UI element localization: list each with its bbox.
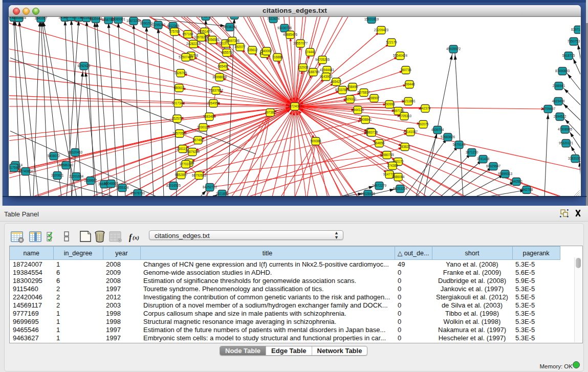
svg-text:89089901: 89089901 [111,17,126,21]
svg-text:24282218: 24282218 [186,42,201,46]
svg-text:7264956: 7264956 [207,101,220,105]
svg-text:198907: 198907 [368,96,380,100]
svg-text:4823498: 4823498 [552,99,565,103]
svg-text:857168: 857168 [182,32,193,36]
svg-text:5017343: 5017343 [172,101,185,105]
svg-text:(x): (x) [133,234,139,241]
svg-text:6440561: 6440561 [510,180,523,183]
svg-text:7455324: 7455324 [116,186,129,189]
svg-text:299448: 299448 [404,82,415,86]
svg-text:36998038: 36998038 [212,75,227,79]
svg-text:1326765: 1326765 [175,71,187,75]
svg-text:28740864: 28740864 [18,169,33,173]
svg-text:20570592: 20570592 [172,132,187,135]
svg-text:94705205: 94705205 [315,58,330,61]
svg-text:38538251: 38538251 [223,25,237,29]
svg-text:6292423: 6292423 [78,64,91,68]
svg-text:480612: 480612 [173,86,185,90]
svg-text:23141087: 23141087 [403,130,418,134]
svg-text:1983738: 1983738 [365,130,378,134]
svg-text:42868828: 42868828 [12,17,27,19]
svg-text:716886: 716886 [272,55,283,59]
svg-text:5408072: 5408072 [48,154,60,158]
svg-text:6944126: 6944126 [352,108,364,112]
svg-text:174441: 174441 [304,50,316,54]
svg-text:9683481: 9683481 [203,115,216,118]
svg-text:45351479: 45351479 [198,30,212,33]
svg-text:522179: 522179 [386,40,397,44]
svg-text:542374: 542374 [420,106,431,110]
svg-text:4335942: 4335942 [90,17,102,20]
svg-text:564656: 564656 [374,141,385,145]
svg-text:3770370: 3770370 [180,162,192,166]
svg-text:53507489: 53507489 [179,55,193,59]
svg-text:55540424: 55540424 [393,54,408,57]
svg-text:5479144: 5479144 [453,143,466,146]
svg-text:132938: 132938 [297,65,309,69]
svg-text:95320121: 95320121 [559,141,574,145]
svg-text:274389: 274389 [387,164,398,167]
svg-text:783823: 783823 [399,145,410,148]
svg-text:23718431: 23718431 [199,17,213,18]
svg-text:66792612: 66792612 [192,173,207,177]
svg-text:3741438: 3741438 [477,157,490,161]
svg-text:790993: 790993 [384,102,395,106]
svg-text:96028436: 96028436 [361,192,376,195]
svg-text:24972279: 24972279 [372,184,387,187]
svg-text:665492: 665492 [217,64,229,68]
svg-text:509386: 509386 [310,139,321,143]
svg-text:47295260: 47295260 [151,23,166,27]
svg-text:39557077: 39557077 [293,41,308,45]
svg-text:5918715: 5918715 [562,54,575,57]
svg-text:97705310: 97705310 [397,114,412,118]
svg-text:84252722: 84252722 [203,185,217,189]
svg-text:10872248: 10872248 [126,19,141,23]
svg-text:4842788: 4842788 [520,188,533,191]
svg-text:867460: 867460 [192,138,204,142]
svg-text:91030736: 91030736 [277,26,292,30]
svg-text:51837852: 51837852 [209,89,224,92]
svg-text:f: f [129,233,133,242]
svg-text:45935572: 45935572 [446,47,461,51]
svg-text:392075: 392075 [418,122,429,126]
svg-text:360735: 360735 [400,68,411,72]
svg-text:7829332: 7829332 [344,97,357,101]
svg-text:40885476: 40885476 [283,33,298,36]
svg-text:23209423: 23209423 [374,28,389,32]
svg-text:665427: 665427 [331,80,342,83]
svg-text:1908841: 1908841 [359,118,372,121]
svg-text:3871230: 3871230 [466,150,478,154]
svg-text:81016525: 81016525 [166,184,181,187]
svg-text:335612: 335612 [247,48,258,52]
svg-text:7022674: 7022674 [267,17,280,20]
svg-text:665579: 665579 [221,51,232,54]
svg-text:31831063: 31831063 [568,157,580,160]
svg-text:36697396: 36697396 [225,39,240,42]
svg-text:60929647: 60929647 [486,164,501,168]
svg-text:20709497: 20709497 [541,107,556,111]
svg-text:81971316: 81971316 [571,28,580,31]
svg-text:50056581: 50056581 [205,38,220,41]
svg-text:575763: 575763 [169,30,180,33]
svg-text:2839607: 2839607 [84,179,97,182]
svg-text:492077: 492077 [234,45,246,49]
svg-text:87337818: 87337818 [335,88,350,92]
svg-text:88320463: 88320463 [68,150,83,154]
svg-text:26879290: 26879290 [185,150,200,154]
svg-text:4612365: 4612365 [167,24,180,28]
svg-text:11980765: 11980765 [380,153,394,157]
svg-text:2188789: 2188789 [307,70,320,74]
svg-text:9143903: 9143903 [320,75,333,78]
svg-text:3341057: 3341057 [35,17,48,20]
svg-text:352572: 352572 [171,117,183,120]
svg-text:18724007: 18724007 [288,104,302,108]
svg-text:87490893: 87490893 [555,69,570,73]
svg-text:3320821: 3320821 [51,173,64,177]
svg-text:7350753: 7350753 [568,39,580,43]
svg-text:340062: 340062 [261,49,272,53]
svg-text:2921859: 2921859 [216,192,229,195]
svg-text:15831819: 15831819 [364,17,379,21]
svg-text:57683626: 57683626 [441,135,455,139]
svg-text:68353204: 68353204 [393,187,408,190]
svg-text:95899313: 95899313 [498,172,513,176]
